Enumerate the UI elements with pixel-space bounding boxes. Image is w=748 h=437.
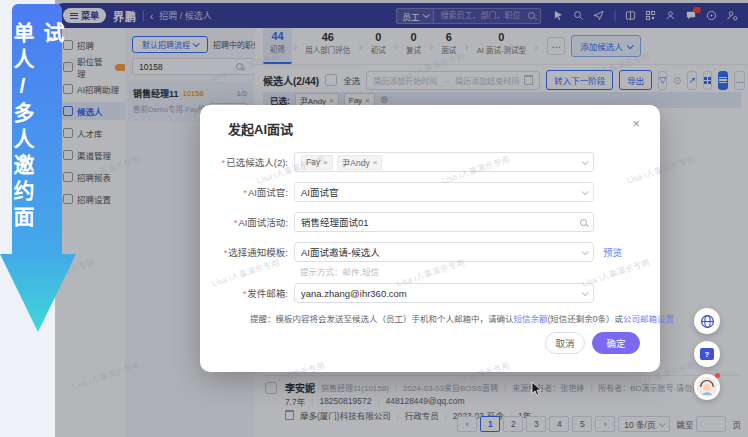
required-marker: *: [224, 247, 228, 258]
required-marker: *: [243, 288, 247, 299]
ai-interview-modal: 发起AI面试 × ×*已选候选人(2): Fay× 尹Andy× *AI面试官:…: [200, 105, 660, 372]
candidate-tag[interactable]: Fay×: [301, 155, 333, 170]
tag-label: Fay: [306, 157, 320, 167]
mouse-cursor-icon: [531, 381, 543, 397]
field-label-interviewer: *AI面试官:: [200, 185, 288, 199]
confirm-button[interactable]: 确定: [592, 332, 640, 354]
sender-select[interactable]: yana.zhang@ihr360.com: [294, 283, 594, 303]
tag-label: 尹Andy: [342, 156, 370, 168]
preview-link[interactable]: 预览: [603, 245, 622, 259]
globe-icon: [700, 314, 715, 329]
field-label-candidates: ×*已选候选人(2):: [200, 155, 288, 169]
chevron-down-icon: [582, 158, 589, 165]
sender-value: yana.zhang@ihr360.com: [301, 288, 407, 299]
note-text: 提醒：模板内容将会发送至候选人（员工）手机和个人邮箱中，请确认: [250, 314, 514, 324]
company-email-settings-link[interactable]: 公司邮箱设置: [623, 314, 674, 324]
sms-balance-link[interactable]: 短信余额: [514, 314, 548, 324]
chevron-down-icon: [582, 289, 589, 296]
activity-input[interactable]: 销售经理面试01: [294, 212, 594, 232]
hint-value: 邮件,短信: [343, 267, 379, 277]
tutorial-banner: 单人/多人邀约面试: [12, 4, 62, 254]
required-marker: *: [234, 217, 238, 228]
modal-title: 发起AI面试: [228, 119, 293, 138]
cancel-button[interactable]: 取消: [545, 332, 585, 354]
template-select[interactable]: AI面试邀请-候选人: [294, 242, 594, 262]
language-globe-button[interactable]: [694, 308, 720, 334]
screenshot-root: 菜单 界鹏 | ‹ 招聘 / 候选人 员工 |: [0, 0, 748, 437]
note-text: (短信还剩余0条）或: [548, 314, 624, 324]
modal-note: 提醒：模板内容将会发送至候选人（员工）手机和个人邮箱中，请确认短信余额(短信还剩…: [250, 312, 674, 324]
remove-tag-icon[interactable]: ×: [323, 158, 328, 167]
chevron-down-icon: [582, 248, 589, 255]
field-label-activity: *AI面试活动:: [200, 215, 288, 229]
search-icon: [580, 219, 587, 226]
help-manual-button[interactable]: ?: [694, 341, 720, 367]
manual-book-icon: ?: [700, 348, 714, 360]
hint-label: 提示方式：: [300, 267, 343, 277]
close-icon[interactable]: ×: [632, 117, 640, 131]
notify-method-hint: 提示方式：邮件,短信: [300, 265, 379, 277]
avatar-badge: [715, 373, 720, 378]
field-label-template: *选择通知模板:: [200, 245, 288, 259]
avatar: [697, 377, 717, 397]
candidate-tag[interactable]: 尹Andy×: [337, 155, 383, 170]
chevron-down-icon: [582, 188, 589, 195]
activity-value: 销售经理面试01: [301, 215, 369, 229]
candidates-select[interactable]: Fay× 尹Andy×: [294, 152, 594, 172]
template-value: AI面试邀请-候选人: [301, 245, 380, 259]
required-marker: *: [222, 157, 226, 168]
user-avatar-button[interactable]: [694, 374, 720, 400]
remove-tag-icon[interactable]: ×: [373, 158, 378, 167]
banner-text: 单人/多人邀约面试: [7, 22, 67, 254]
interviewer-select[interactable]: AI面试官: [294, 182, 594, 202]
field-label-sender: *发件邮箱:: [200, 286, 288, 300]
interviewer-value: AI面试官: [301, 185, 338, 199]
required-marker: *: [243, 187, 247, 198]
